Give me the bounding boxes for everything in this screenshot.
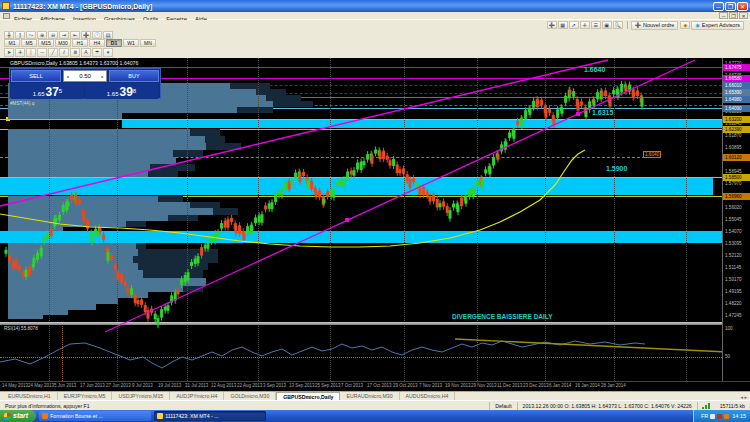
tray-icon-1[interactable] bbox=[710, 414, 715, 419]
expert-advisors-button[interactable]: ◉Expert Advisors bbox=[691, 21, 744, 30]
data-window-icon[interactable]: ✛ bbox=[580, 21, 590, 29]
chart-tab[interactable]: GOLDmicro,M30 bbox=[224, 392, 276, 400]
profiles-icon[interactable]: ▦ bbox=[558, 21, 568, 29]
sell-price[interactable]: 1.65 37 5 bbox=[11, 83, 84, 99]
chart-tab[interactable]: GBPUSDmicro,Daily bbox=[276, 392, 340, 400]
chart-tab[interactable]: AUDJPYmicro,H4 bbox=[170, 392, 224, 400]
bar-chart-icon[interactable]: ╫ bbox=[4, 31, 14, 39]
volume-profile-row bbox=[8, 196, 158, 202]
price-tag: 1.66010 bbox=[723, 82, 750, 89]
time-axis-label: 14 May 2013 bbox=[2, 383, 28, 388]
timeframes-toolbar: M1M5M15M30H1H4D1W1MN bbox=[0, 39, 750, 47]
volume-profile-row bbox=[8, 129, 190, 136]
charts-toolbar: ╫⫿〜⊕⊖⇥⇤➕🕐▤ bbox=[0, 30, 750, 39]
price-axis-label: 1.56020 bbox=[725, 205, 742, 210]
line-studies-toolbar: ➤✛│─╱⫽≣A☂▾ bbox=[0, 47, 750, 58]
timeframe-m15[interactable]: M15 bbox=[38, 39, 54, 47]
volume-stepper[interactable]: ◂ 0.50 ▸ bbox=[63, 70, 107, 82]
line-chart-icon[interactable]: 〜 bbox=[26, 31, 36, 39]
status-bar: Pour plus d'informations, appuyer F1 Def… bbox=[0, 400, 750, 410]
volume-profile-row-tail bbox=[126, 221, 146, 227]
price-axis-label: 50 bbox=[725, 354, 730, 359]
price-tag: 1.56960 bbox=[723, 193, 750, 200]
zoom-out-icon[interactable]: ⊖ bbox=[48, 31, 58, 39]
templates-icon[interactable]: ▤ bbox=[103, 31, 113, 39]
terminal-icon[interactable]: ▣ bbox=[602, 21, 612, 29]
annotation-level2: 1.6315 bbox=[592, 109, 613, 116]
metaeditor-icon[interactable]: ◆ bbox=[680, 21, 690, 29]
price-axis[interactable]: 1.677201.667451.657701.647951.638201.628… bbox=[722, 58, 750, 391]
start-button[interactable]: start bbox=[0, 410, 36, 422]
time-axis-label: 6 Jan 2014 bbox=[549, 383, 571, 388]
strategy-tester-icon[interactable]: 🔍 bbox=[613, 21, 623, 29]
tray-icon-2[interactable] bbox=[717, 414, 722, 419]
grid-line bbox=[404, 58, 405, 391]
cursor-icon[interactable]: ➤ bbox=[4, 48, 14, 57]
chart-tab[interactable]: EURJPYmicro,M5 bbox=[58, 392, 113, 400]
new-order-button[interactable]: ➕Nouvel ordre bbox=[631, 21, 679, 30]
restore-button[interactable]: ❐ bbox=[725, 2, 736, 11]
taskbar-task-1[interactable]: Formation Bourse et ... bbox=[39, 411, 151, 421]
text-icon[interactable]: A bbox=[81, 48, 91, 57]
horizontal-line-icon[interactable]: ─ bbox=[37, 48, 47, 57]
volume-up-icon[interactable]: ▸ bbox=[99, 74, 106, 79]
child-minimize-button[interactable]: ─ bbox=[719, 12, 728, 19]
timeframe-h4[interactable]: H4 bbox=[89, 39, 105, 47]
chart-tab[interactable]: AUDUSDmicro,H4 bbox=[400, 392, 456, 400]
child-restore-button[interactable]: ❐ bbox=[729, 12, 738, 19]
chart-shift-icon[interactable]: ⇤ bbox=[70, 31, 80, 39]
time-axis-label: 24 May 2013 bbox=[28, 383, 54, 388]
time-axis-label: 29 Nov 2013 bbox=[471, 383, 497, 388]
time-axis-label: 3 Sep 2013 bbox=[263, 383, 286, 388]
timeframe-d1[interactable]: D1 bbox=[106, 39, 122, 47]
minimize-button[interactable]: ─ bbox=[713, 2, 724, 11]
buy-price[interactable]: 1.65 39 8 bbox=[85, 83, 158, 99]
tray-language[interactable]: FR bbox=[701, 413, 708, 419]
fibonacci-icon[interactable]: ≣ bbox=[70, 48, 80, 57]
support-resistance-band bbox=[0, 178, 713, 195]
volume-value[interactable]: 0.50 bbox=[71, 73, 99, 79]
shapes-icon[interactable]: ▾ bbox=[103, 48, 113, 57]
crosshair-icon[interactable]: ✛ bbox=[15, 48, 25, 57]
auto-scroll-icon[interactable]: ⇥ bbox=[59, 31, 69, 39]
timeframe-mn[interactable]: MN bbox=[140, 39, 156, 47]
new-chart-icon[interactable]: ➕ bbox=[547, 21, 557, 29]
trendline-icon[interactable]: ╱ bbox=[48, 48, 58, 57]
time-axis-label: 7 Oct 2013 bbox=[341, 383, 363, 388]
timeframe-m1[interactable]: M1 bbox=[4, 39, 20, 47]
market-watch-icon[interactable]: ↗ bbox=[569, 21, 579, 29]
timeframe-w1[interactable]: W1 bbox=[123, 39, 139, 47]
indicators-icon[interactable]: ➕ bbox=[81, 31, 91, 39]
time-axis-label: 16 Jan 2014 bbox=[575, 383, 600, 388]
price-axis-label: 1.57970 bbox=[725, 181, 742, 186]
child-close-button[interactable]: ✕ bbox=[739, 12, 748, 19]
subwindow-separator[interactable] bbox=[0, 322, 750, 325]
chart-ohlc-header: GBPUSDmicro,Daily 1.63805 1.64373 1.6370… bbox=[10, 60, 138, 66]
chart-tab[interactable]: USDJPYmicro,M15 bbox=[112, 392, 170, 400]
tray-icon-3[interactable] bbox=[724, 414, 729, 419]
navigator-icon[interactable]: ☰ bbox=[591, 21, 601, 29]
taskbar-task-2[interactable]: 11117423: XM MT4 - ... bbox=[154, 411, 266, 421]
arrow-icon[interactable]: ☂ bbox=[92, 48, 102, 57]
price-tag: 1.62390 bbox=[723, 126, 750, 133]
status-profile[interactable]: Default bbox=[490, 402, 517, 410]
timeframe-m5[interactable]: M5 bbox=[21, 39, 37, 47]
time-axis-label: 27 Jun 2013 bbox=[106, 383, 131, 388]
timeframe-m30[interactable]: M30 bbox=[55, 39, 71, 47]
sell-button[interactable]: SELL bbox=[11, 70, 61, 82]
chart-tab[interactable]: EURUSDmicro,H1 bbox=[2, 392, 58, 400]
chart-tab[interactable]: EURAUDmicro,M30 bbox=[340, 392, 399, 400]
vertical-line-icon[interactable]: │ bbox=[26, 48, 36, 57]
chart-area[interactable]: GBPUSDmicro,Daily 1.63805 1.64373 1.6370… bbox=[0, 58, 750, 391]
volume-profile-row-tail bbox=[206, 143, 241, 150]
price-axis-label: 1.52120 bbox=[725, 253, 742, 258]
zoom-in-icon[interactable]: ⊕ bbox=[37, 31, 47, 39]
volume-down-icon[interactable]: ◂ bbox=[64, 74, 71, 79]
channel-icon[interactable]: ⫽ bbox=[59, 48, 69, 57]
buy-button[interactable]: BUY bbox=[109, 70, 159, 82]
close-button[interactable]: ✕ bbox=[737, 2, 748, 11]
candlestick-chart-icon[interactable]: ⫿ bbox=[15, 31, 25, 39]
browser-icon bbox=[42, 413, 48, 419]
timeframe-h1[interactable]: H1 bbox=[72, 39, 88, 47]
periods-icon[interactable]: 🕐 bbox=[92, 31, 102, 39]
